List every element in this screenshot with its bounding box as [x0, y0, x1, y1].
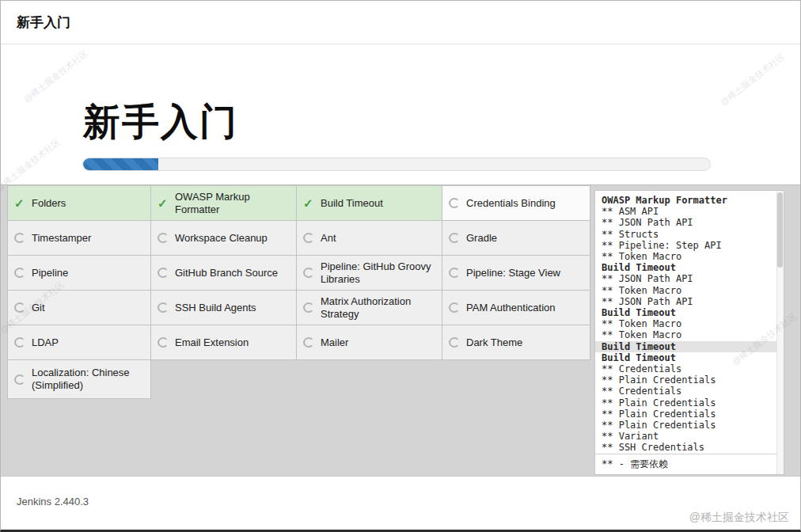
log-line: ** Pipeline: Step API: [602, 240, 777, 251]
plugin-label: Gradle: [466, 232, 583, 245]
log-line: ** JSON Path API: [602, 217, 777, 228]
spinner-icon: [158, 302, 169, 313]
top-bar: 新手入门: [1, 1, 800, 44]
jenkins-version-label: Jenkins 2.440.3: [17, 496, 89, 507]
plugin-label: Pipeline: Stage View: [466, 267, 583, 279]
log-line: Build Timeout: [602, 352, 777, 363]
watermark-credit: @稀土掘金技术社区: [689, 511, 789, 525]
log-line: ** Variant: [602, 431, 777, 442]
plugin-cell-timestamper: Timestamper: [7, 220, 151, 256]
log-line: ** Credentials: [602, 363, 777, 374]
log-scrollbar[interactable]: [776, 191, 784, 474]
spinner-icon: [158, 233, 169, 243]
check-icon: ✓: [14, 198, 25, 209]
log-line: Build Timeout: [602, 262, 777, 273]
plugin-cell-owasp-markup-formatter: ✓OWASP Markup Formatter: [150, 185, 297, 221]
check-icon: ✓: [303, 198, 314, 209]
plugin-label: LDAP: [32, 336, 144, 349]
spinner-icon: [14, 268, 25, 278]
window-title: 新手入门: [17, 13, 70, 32]
plugin-cell-git: Git: [7, 290, 151, 325]
plugin-cell-pipeline-stage-view: Pipeline: Stage View: [442, 255, 590, 291]
log-line: ** Token Macro: [602, 329, 777, 340]
log-legend: ** - 需要依赖: [595, 454, 784, 474]
plugin-cell-github-branch-source: GitHub Branch Source: [150, 255, 297, 291]
log-line: ** Plain Credentials: [602, 374, 777, 386]
plugin-cell-credentials-binding: Credentials Binding: [442, 185, 590, 221]
plugin-label: Ant: [321, 232, 435, 245]
plugin-label: Build Timeout: [321, 197, 435, 210]
plugin-label: Workspace Cleanup: [175, 232, 290, 245]
plugin-cell-ldap: LDAP: [7, 325, 151, 360]
footer-bar: Jenkins 2.440.3: [1, 476, 800, 530]
plugin-install-section: ✓FoldersTimestamperPipelineGitLDAPLocali…: [1, 184, 800, 476]
plugin-cell-ant: Ant: [296, 220, 442, 256]
plugin-cell-gradle: Gradle: [442, 220, 590, 256]
log-line: ** Credentials: [602, 386, 777, 397]
plugin-cell-dark-theme: Dark Theme: [442, 325, 590, 360]
spinner-icon: [14, 374, 25, 385]
spinner-icon: [158, 268, 169, 278]
log-line: ** JSON Path API: [602, 296, 777, 307]
plugin-label: Matrix Authorization Strategy: [321, 295, 435, 321]
spinner-icon: [303, 233, 314, 243]
plugin-cell-pipeline: Pipeline: [7, 255, 151, 291]
log-line: ** Token Macro: [602, 318, 777, 329]
plugin-label: Localization: Chinese (Simplified): [32, 367, 144, 392]
plugin-label: OWASP Markup Formatter: [175, 191, 290, 216]
spinner-icon: [303, 337, 314, 348]
page-title: 新手入门: [83, 97, 238, 147]
spinner-icon: [14, 337, 25, 348]
log-lines: OWASP Markup Formatter** ASM API** JSON …: [595, 191, 784, 454]
log-line: ** SSH Credentials: [602, 442, 777, 453]
progress-fill: [83, 158, 158, 170]
log-line: ** Plain Credentials: [602, 397, 777, 408]
plugin-label: Git: [32, 302, 144, 314]
spinner-icon: [14, 302, 25, 313]
plugin-cell-matrix-authorization-strategy: Matrix Authorization Strategy: [296, 290, 442, 325]
spinner-icon: [449, 302, 460, 313]
plugin-label: Email Extension: [175, 336, 290, 349]
plugin-cell-pam-authentication: PAM Authentication: [442, 290, 590, 325]
plugin-label: Mailer: [321, 336, 435, 349]
plugin-cell-ssh-build-agents: SSH Build Agents: [150, 290, 297, 325]
log-line: Build Timeout: [602, 307, 777, 318]
log-scrollbar-thumb[interactable]: [777, 192, 783, 268]
log-line: ** Structs: [602, 229, 777, 240]
spinner-icon: [449, 268, 460, 278]
plugin-label: Folders: [32, 197, 144, 210]
plugin-label: PAM Authentication: [466, 302, 583, 314]
log-line: ** ASM API: [602, 206, 777, 217]
plugin-label: SSH Build Agents: [175, 302, 290, 314]
log-line: OWASP Markup Formatter: [602, 195, 777, 206]
plugin-label: Credentials Binding: [466, 197, 583, 210]
plugin-column-2: ✓OWASP Markup FormatterWorkspace Cleanup…: [150, 186, 297, 399]
plugin-cell-localization-chinese-simplified: Localization: Chinese (Simplified): [7, 359, 151, 399]
plugin-label: Timestamper: [32, 232, 144, 245]
log-line: Build Timeout: [595, 341, 784, 352]
plugin-cell-email-extension: Email Extension: [150, 325, 297, 360]
check-icon: ✓: [158, 198, 169, 209]
plugin-label: Pipeline: GitHub Groovy Libraries: [321, 260, 435, 286]
plugin-cell-workspace-cleanup: Workspace Cleanup: [150, 220, 297, 256]
install-progress-bar: [82, 158, 711, 171]
plugin-column-4: Credentials BindingGradlePipeline: Stage…: [442, 186, 590, 399]
spinner-icon: [449, 233, 460, 243]
spinner-icon: [303, 268, 314, 278]
spinner-icon: [303, 302, 314, 313]
plugin-cell-mailer: Mailer: [296, 325, 442, 360]
jenkins-setup-wizard-window: @稀土掘金技术社区 @稀土掘金技术社区 @稀土掘金技术社区 @稀土掘金技术社区 …: [0, 0, 801, 532]
log-line: ** JSON Path API: [602, 273, 777, 284]
spinner-icon: [449, 337, 460, 348]
getting-started-panel: 新手入门: [1, 45, 800, 184]
plugin-label: Pipeline: [32, 267, 144, 279]
plugin-cell-folders: ✓Folders: [7, 185, 151, 221]
plugin-grid: ✓FoldersTimestamperPipelineGitLDAPLocali…: [7, 186, 590, 399]
log-line: ** Token Macro: [602, 285, 777, 296]
plugin-column-3: ✓Build TimeoutAntPipeline: GitHub Groovy…: [296, 186, 442, 399]
log-line: ** Plain Credentials: [602, 408, 777, 420]
spinner-icon: [449, 198, 460, 208]
plugin-label: Dark Theme: [466, 336, 583, 349]
log-line: ** Token Macro: [602, 251, 777, 262]
spinner-icon: [158, 337, 169, 348]
